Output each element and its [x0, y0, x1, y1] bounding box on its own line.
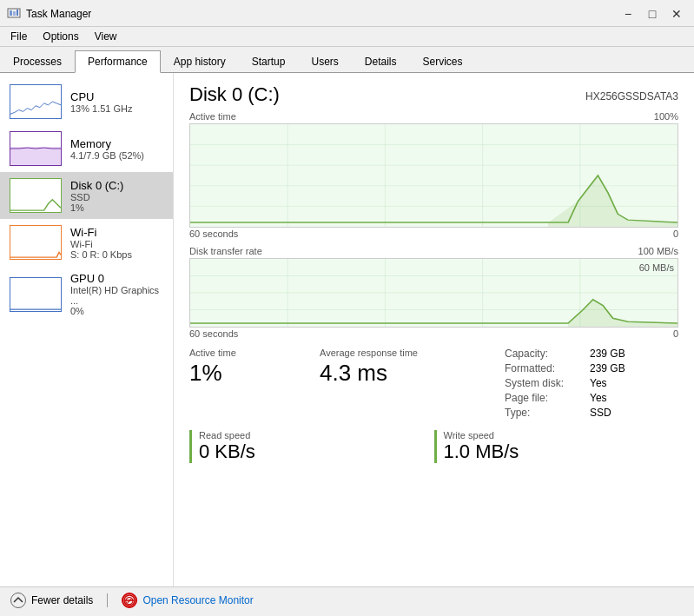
sidebar-item-memory[interactable]: Memory 4.1/7.9 GB (52%): [0, 125, 173, 172]
chart1-top-right: 100%: [654, 111, 678, 122]
cpu-name: CPU: [70, 90, 163, 103]
info-panel: Capacity: 239 GB Formatted: 239 GB Syste…: [505, 348, 678, 421]
svg-rect-2: [13, 11, 16, 16]
capacity-label: Capacity:: [505, 348, 583, 360]
memory-sub: 4.1/7.9 GB (52%): [70, 150, 163, 161]
fewer-details-icon: [10, 593, 26, 608]
tab-bar: Processes Performance App history Startu…: [0, 47, 694, 73]
gpu-sub: Intel(R) HD Graphics ...: [70, 285, 163, 306]
wifi-mini-chart: [10, 225, 62, 260]
divider: [107, 593, 108, 607]
type-value: SSD: [590, 407, 611, 419]
info-system-disk: System disk: Yes: [505, 377, 678, 389]
memory-info: Memory 4.1/7.9 GB (52%): [70, 137, 163, 161]
chart1-label-row: Active time 100%: [189, 111, 678, 122]
main-content: CPU 13% 1.51 GHz Memory 4.1/7.9 GB (52%): [0, 73, 694, 586]
read-speed-value: 0 KB/s: [199, 440, 420, 463]
menu-file[interactable]: File: [3, 29, 34, 44]
chart2-mid-right: 60 MB/s: [639, 262, 674, 273]
memory-mini-chart: [10, 131, 62, 166]
active-time-label: Active time: [189, 348, 299, 358]
bottom-bar: Fewer details Open Resource Monitor: [0, 586, 694, 613]
cpu-mini-chart: [10, 84, 62, 119]
chart1-top-label: Active time: [189, 111, 236, 122]
read-speed-item: Read speed 0 KB/s: [189, 430, 420, 463]
write-speed-label: Write speed: [444, 430, 665, 440]
svg-rect-4: [10, 147, 61, 165]
chart2-time-label: 60 seconds 0: [189, 328, 678, 339]
info-type: Type: SSD: [505, 407, 678, 419]
chart2-bottom-left: 60 seconds: [189, 328, 238, 339]
transfer-rate-chart: 60 MB/s: [189, 258, 678, 328]
minimize-button[interactable]: −: [618, 5, 638, 23]
tab-performance[interactable]: Performance: [75, 50, 161, 73]
disk-info: Disk 0 (C:) SSD 1%: [70, 179, 163, 213]
sidebar-item-disk[interactable]: Disk 0 (C:) SSD 1%: [0, 172, 173, 219]
disk-model: HX256GSSDSATA3: [585, 90, 678, 103]
avg-response-value: 4.3 ms: [320, 360, 484, 387]
disk-name: Disk 0 (C:): [70, 179, 163, 192]
cpu-sub: 13% 1.51 GHz: [70, 103, 163, 114]
write-speed-value: 1.0 MB/s: [444, 440, 665, 463]
tab-users[interactable]: Users: [298, 50, 351, 73]
memory-name: Memory: [70, 137, 163, 150]
stats-row: Active time 1% Average response time 4.3…: [189, 348, 678, 421]
chevron-up-icon: [12, 594, 24, 606]
fewer-details-label: Fewer details: [31, 594, 93, 606]
chart2-label-row: Disk transfer rate 100 MB/s: [189, 246, 678, 256]
svg-point-22: [124, 595, 135, 606]
resource-monitor-icon: [122, 593, 137, 608]
right-panel: Disk 0 (C:) HX256GSSDSATA3 Active time 1…: [174, 73, 694, 586]
tab-processes[interactable]: Processes: [0, 50, 75, 73]
sidebar-item-cpu[interactable]: CPU 13% 1.51 GHz: [0, 78, 173, 125]
tab-details[interactable]: Details: [352, 50, 410, 73]
chart1-bottom-left: 60 seconds: [189, 229, 238, 239]
active-time-value: 1%: [189, 360, 299, 387]
tab-app-history[interactable]: App history: [161, 50, 239, 73]
app-icon: [7, 7, 21, 21]
read-speed-label: Read speed: [199, 430, 420, 440]
page-file-value: Yes: [590, 392, 607, 404]
sidebar-item-gpu[interactable]: GPU 0 Intel(R) HD Graphics ... 0%: [0, 266, 173, 322]
gpu-mini-chart: [10, 277, 62, 312]
sidebar-item-wifi[interactable]: Wi-Fi Wi-Fi S: 0 R: 0 Kbps: [0, 219, 173, 266]
capacity-value: 239 GB: [590, 348, 625, 360]
speed-section: Read speed 0 KB/s Write speed 1.0 MB/s: [189, 430, 678, 463]
system-disk-label: System disk:: [505, 377, 583, 389]
menu-options[interactable]: Options: [36, 29, 85, 44]
disk-header: Disk 0 (C:) HX256GSSDSATA3: [189, 83, 678, 106]
menu-bar: File Options View: [0, 27, 694, 47]
svg-rect-3: [17, 10, 18, 16]
chart1-time-label: 60 seconds 0: [189, 229, 678, 239]
avg-response-label: Average response time: [320, 348, 484, 358]
menu-view[interactable]: View: [88, 29, 124, 44]
fewer-details-button[interactable]: Fewer details: [10, 593, 93, 608]
close-button[interactable]: ✕: [666, 5, 687, 23]
open-resource-monitor-button[interactable]: Open Resource Monitor: [122, 593, 253, 608]
transfer-rate-section: Disk transfer rate 100 MB/s 60 MB/s: [189, 246, 678, 339]
gpu-name: GPU 0: [70, 272, 163, 285]
title-bar-left: Task Manager: [7, 7, 91, 21]
disk-title: Disk 0 (C:): [189, 83, 280, 106]
tab-services[interactable]: Services: [410, 50, 476, 73]
sidebar: CPU 13% 1.51 GHz Memory 4.1/7.9 GB (52%): [0, 73, 174, 586]
tab-startup[interactable]: Startup: [239, 50, 299, 73]
title-bar: Task Manager − □ ✕: [0, 0, 694, 27]
info-capacity: Capacity: 239 GB: [505, 348, 678, 360]
svg-rect-1: [10, 10, 12, 16]
chart1-bottom-right: 0: [673, 229, 678, 239]
cpu-info: CPU 13% 1.51 GHz: [70, 90, 163, 114]
app-title: Task Manager: [26, 8, 91, 20]
disk-sub: SSD: [70, 192, 163, 202]
title-bar-controls: − □ ✕: [618, 5, 687, 23]
formatted-label: Formatted:: [505, 362, 583, 374]
chart2-top-right: 100 MB/s: [638, 246, 678, 256]
maximize-button[interactable]: □: [642, 5, 663, 23]
chart2-top-label: Disk transfer rate: [189, 246, 262, 256]
wifi-name: Wi-Fi: [70, 226, 163, 239]
avg-response-stat: Average response time 4.3 ms: [320, 348, 484, 387]
disk-pct: 1%: [70, 202, 163, 213]
page-file-label: Page file:: [505, 392, 583, 404]
formatted-value: 239 GB: [590, 362, 625, 374]
wifi-pct: S: 0 R: 0 Kbps: [70, 249, 163, 260]
